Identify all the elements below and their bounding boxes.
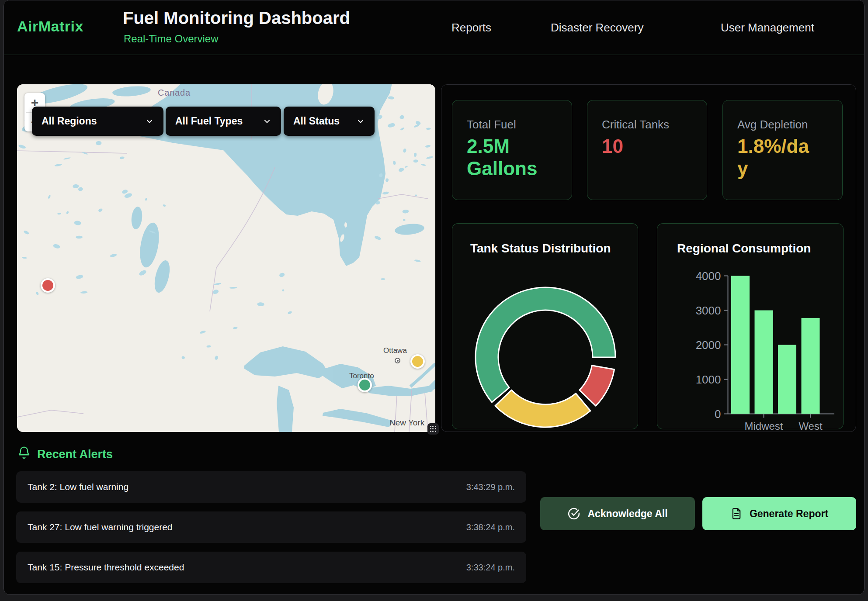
- map-marker-normal[interactable]: [358, 378, 372, 392]
- alerts-section-title: Recent Alerts: [37, 448, 113, 461]
- map-label-ottawa: Ottawa: [383, 346, 407, 355]
- donut-segment-critical: [580, 366, 615, 406]
- svg-text:Midwest: Midwest: [744, 420, 783, 430]
- chart-title: Regional Consumption: [677, 242, 811, 256]
- map-label-new-york: New York: [389, 418, 424, 428]
- tank-status-distribution-card: Tank Status Distribution: [452, 223, 638, 429]
- regional-consumption-card: Regional Consumption 01000200030004000Mi…: [657, 223, 844, 429]
- check-circle-icon: [567, 507, 580, 520]
- svg-text:0: 0: [715, 408, 721, 421]
- nav-item-reports[interactable]: Reports: [451, 21, 491, 35]
- bar-northeast: [731, 276, 750, 414]
- bar-midwest: [755, 311, 773, 414]
- stat-card-total-fuel: Total Fuel 2.5M Gallons: [452, 100, 572, 200]
- bell-icon: [17, 446, 31, 462]
- svg-text:West: West: [799, 420, 823, 430]
- status-filter-value: All Status: [293, 115, 340, 127]
- stat-value: 2.5M Gallons: [467, 135, 554, 180]
- alert-text: Tank 27: Low fuel warning triggered: [28, 522, 173, 532]
- chevron-down-icon: [356, 117, 365, 126]
- chart-title: Tank Status Distribution: [470, 242, 611, 256]
- generate-report-label: Generate Report: [750, 508, 828, 520]
- stat-card-critical-tanks: Critical Tanks 10: [587, 100, 707, 200]
- chevron-down-icon: [145, 117, 154, 126]
- bar-south: [778, 345, 796, 414]
- page-title: Fuel Monitoring Dashboard: [123, 8, 350, 28]
- alert-time: 3:33:24 p.m.: [466, 563, 515, 573]
- alert-text: Tank 15: Pressure threshold exceeded: [28, 562, 184, 573]
- map-attribution-toggle-icon[interactable]: [427, 423, 439, 435]
- fuel-type-filter-value: All Fuel Types: [175, 115, 243, 127]
- alert-time: 3:43:29 p.m.: [466, 482, 515, 492]
- svg-text:2000: 2000: [696, 338, 721, 352]
- alert-row[interactable]: Tank 2: Low fuel warning 3:43:29 p.m.: [16, 471, 526, 503]
- stat-value: 10: [602, 135, 689, 157]
- stat-label: Avg Depletion: [737, 118, 842, 131]
- donut-segment-warning: [495, 390, 590, 427]
- nav-item-user-management[interactable]: User Management: [721, 21, 814, 35]
- page-subtitle: Real-Time Overview: [124, 33, 218, 45]
- brand-logo: AirMatrix: [17, 18, 83, 35]
- bar-west: [802, 318, 820, 414]
- svg-text:1000: 1000: [696, 373, 721, 386]
- svg-text:3000: 3000: [696, 304, 721, 317]
- fuel-type-filter-dropdown[interactable]: All Fuel Types: [166, 107, 281, 136]
- stat-value: 1.8%/day: [737, 135, 815, 180]
- alert-row[interactable]: Tank 27: Low fuel warning triggered 3:38…: [16, 511, 526, 543]
- alert-time: 3:38:24 p.m.: [466, 522, 515, 532]
- map-label-canada: Canada: [158, 88, 191, 98]
- acknowledge-all-button[interactable]: Acknowledge All: [540, 497, 695, 530]
- svg-text:4000: 4000: [696, 269, 721, 283]
- region-filter-dropdown[interactable]: All Regions: [32, 107, 163, 136]
- region-filter-value: All Regions: [42, 115, 97, 127]
- map-marker-critical[interactable]: [41, 278, 55, 293]
- status-filter-dropdown[interactable]: All Status: [284, 107, 375, 136]
- metrics-panel: Total Fuel 2.5M Gallons Critical Tanks 1…: [441, 84, 856, 432]
- acknowledge-all-label: Acknowledge All: [587, 508, 667, 520]
- generate-report-button[interactable]: Generate Report: [702, 497, 856, 530]
- map-canvas[interactable]: Canada Ottawa Toronto New York + − All R…: [17, 84, 435, 432]
- header: AirMatrix Fuel Monitoring Dashboard Real…: [4, 0, 864, 55]
- nav-item-disaster-recovery[interactable]: Disaster Recovery: [551, 21, 643, 35]
- map-marker-warning[interactable]: [410, 354, 425, 369]
- stat-card-avg-depletion: Avg Depletion 1.8%/day: [722, 100, 843, 200]
- alert-row[interactable]: Tank 15: Pressure threshold exceeded 3:3…: [16, 552, 526, 583]
- stat-label: Critical Tanks: [602, 118, 707, 131]
- alert-text: Tank 2: Low fuel warning: [28, 482, 128, 492]
- dashboard-window: AirMatrix Fuel Monitoring Dashboard Real…: [3, 0, 865, 595]
- file-text-icon: [730, 508, 743, 520]
- stat-label: Total Fuel: [467, 118, 572, 131]
- chevron-down-icon: [263, 117, 271, 126]
- ottawa-city-dot: [395, 358, 400, 363]
